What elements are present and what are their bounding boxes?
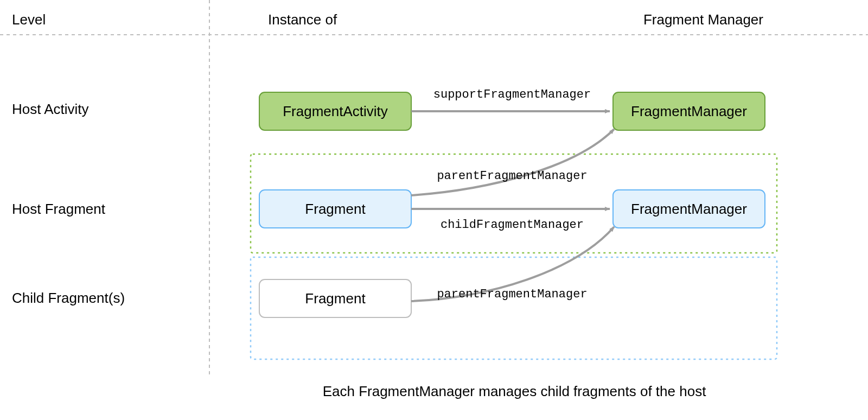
box-fragment-child: Fragment bbox=[259, 279, 411, 317]
label-support-fragment-manager: supportFragmentManager bbox=[433, 88, 591, 101]
label-parent-fragment-manager-child: parentFragmentManager bbox=[437, 288, 587, 301]
svg-text:FragmentActivity: FragmentActivity bbox=[283, 103, 388, 119]
level-host-activity: Host Activity bbox=[12, 101, 89, 117]
level-child-fragments: Child Fragment(s) bbox=[12, 290, 125, 306]
box-fragment-host: Fragment bbox=[259, 190, 411, 228]
svg-text:Fragment: Fragment bbox=[305, 290, 366, 307]
svg-text:Fragment: Fragment bbox=[305, 201, 366, 217]
box-fragment-manager-fragment: FragmentManager bbox=[613, 190, 765, 228]
header-instance: Instance of bbox=[268, 11, 337, 28]
header-level: Level bbox=[12, 11, 46, 28]
svg-text:FragmentManager: FragmentManager bbox=[631, 103, 747, 119]
label-parent-fragment-manager-host: parentFragmentManager bbox=[437, 169, 587, 183]
header-fragment-manager: Fragment Manager bbox=[643, 11, 763, 28]
arrow-parent-fragment-manager-host bbox=[411, 129, 614, 195]
box-fragment-manager-activity: FragmentManager bbox=[613, 92, 765, 130]
svg-text:FragmentManager: FragmentManager bbox=[631, 201, 747, 217]
diagram-caption: Each FragmentManager manages child fragm… bbox=[323, 383, 706, 399]
box-fragment-activity: FragmentActivity bbox=[259, 92, 411, 130]
level-host-fragment: Host Fragment bbox=[12, 201, 106, 217]
label-child-fragment-manager: childFragmentManager bbox=[441, 218, 584, 232]
